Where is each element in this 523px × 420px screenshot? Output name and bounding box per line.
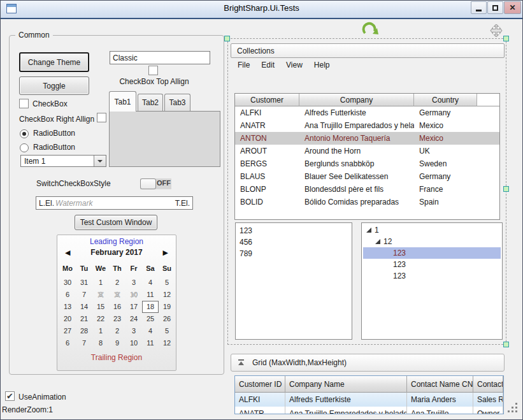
calendar-day[interactable]: 10✕ bbox=[125, 289, 142, 301]
selection-handle-mid-right[interactable] bbox=[503, 186, 509, 192]
column-header[interactable]: Company bbox=[299, 94, 414, 106]
calendar-day[interactable]: 1 bbox=[92, 277, 109, 289]
calendar-day[interactable]: 20 bbox=[59, 313, 76, 325]
selection-handle-top-right[interactable] bbox=[503, 36, 509, 41]
checkbox-top-align[interactable] bbox=[148, 66, 158, 75]
tab-tab1[interactable]: Tab1 bbox=[109, 91, 136, 112]
menu-item-edit[interactable]: Edit bbox=[255, 59, 280, 71]
grid-expander-header[interactable]: Grid (MaxWidth,MaxHeight) bbox=[231, 354, 505, 372]
toggle-button[interactable]: Toggle bbox=[19, 76, 89, 95]
column-header[interactable]: Company Name bbox=[285, 376, 407, 393]
calendar-day[interactable]: 21 bbox=[76, 313, 92, 325]
calendar-day[interactable]: 5 bbox=[159, 325, 175, 337]
calendar-day[interactable]: 13 bbox=[59, 301, 76, 313]
checkbox-right-align[interactable] bbox=[97, 113, 106, 122]
tree-expander-icon[interactable] bbox=[366, 228, 371, 233]
column-header[interactable]: Customer bbox=[235, 94, 299, 106]
table-row[interactable]: AROUTAround the HornUK bbox=[235, 145, 499, 157]
menu-item-view[interactable]: View bbox=[280, 59, 308, 71]
arrow-right-icon[interactable]: ▶ bbox=[163, 249, 168, 257]
chevron-down-icon[interactable] bbox=[94, 156, 106, 166]
calendar-day[interactable]: 14 bbox=[76, 301, 92, 313]
calendar-day[interactable]: 31 bbox=[76, 277, 92, 289]
calendar-day[interactable]: 2 bbox=[109, 277, 125, 289]
resize-grip-icon[interactable] bbox=[508, 403, 518, 413]
calendar-day[interactable]: 30 bbox=[59, 277, 76, 289]
column-header[interactable]: Contact bbox=[473, 376, 503, 393]
calendar-day[interactable]: 19 bbox=[159, 301, 175, 313]
tree-item[interactable]: 123 bbox=[363, 270, 501, 282]
tab-tab3[interactable]: Tab3 bbox=[164, 94, 190, 111]
menu-item-help[interactable]: Help bbox=[308, 59, 336, 71]
column-header[interactable]: Contact Name CN bbox=[407, 376, 473, 393]
column-header[interactable]: Customer ID bbox=[235, 376, 285, 393]
switch-thumb[interactable] bbox=[140, 178, 156, 189]
refresh-icon[interactable] bbox=[361, 21, 379, 41]
calendar-day[interactable]: 25 bbox=[142, 313, 159, 325]
calendar-day[interactable]: 9✕ bbox=[109, 289, 125, 301]
selection-handle-top-left[interactable] bbox=[224, 36, 230, 41]
move-icon[interactable] bbox=[490, 24, 503, 39]
calendar-day[interactable]: 8✕ bbox=[92, 289, 109, 301]
calendar-day[interactable]: 6 bbox=[59, 289, 76, 301]
menu-item-file[interactable]: File bbox=[232, 59, 255, 71]
table-row[interactable]: ANATRAna Trujillo Emparedados y helaMexi… bbox=[235, 119, 499, 132]
calendar-day[interactable]: 26 bbox=[159, 313, 175, 325]
calendar-day[interactable]: 4 bbox=[142, 277, 159, 289]
change-theme-button[interactable]: Change Theme bbox=[19, 52, 89, 72]
minimize-button[interactable] bbox=[471, 1, 487, 14]
calendar-day[interactable]: 16 bbox=[109, 301, 125, 313]
selection-handle-bottom-right[interactable] bbox=[503, 342, 509, 347]
tree-expander-icon[interactable] bbox=[375, 239, 380, 244]
radio-button-1[interactable] bbox=[20, 129, 29, 138]
calendar-day[interactable]: 1 bbox=[92, 325, 109, 337]
calendar-day[interactable]: 5 bbox=[159, 277, 175, 289]
calendar-day[interactable]: 3 bbox=[125, 277, 142, 289]
maximize-button[interactable] bbox=[487, 1, 503, 14]
use-animation-checkbox[interactable]: ✔ bbox=[5, 391, 15, 401]
calendar-day[interactable]: 8 bbox=[92, 337, 109, 349]
collections-header[interactable]: Collections bbox=[231, 43, 505, 58]
calendar-day[interactable]: 11 bbox=[142, 337, 159, 349]
calendar-day[interactable]: 27 bbox=[59, 325, 76, 337]
calendar-day[interactable]: 23 bbox=[109, 313, 125, 325]
calendar-day[interactable]: 15 bbox=[92, 301, 109, 313]
table-row[interactable]: BERGSBerglunds snabbköpSweden bbox=[235, 157, 499, 170]
title-bar[interactable]: BrightSharp.Ui.Tests ✕ bbox=[0, 0, 523, 19]
watermark-textbox[interactable]: L.El. Watermark T.El. bbox=[36, 196, 193, 210]
calendar-day[interactable]: 24 bbox=[125, 313, 142, 325]
calendar-day[interactable]: 28 bbox=[76, 325, 92, 337]
table-row[interactable]: BLONPBlondesddsl père et filsFrance bbox=[235, 183, 499, 196]
table-row[interactable]: ANATRAna Trujillo Emparedados y heladosA… bbox=[235, 407, 503, 414]
list-item[interactable]: 789 bbox=[236, 248, 352, 259]
close-button[interactable]: ✕ bbox=[504, 1, 521, 14]
radio-button-2[interactable] bbox=[20, 143, 29, 152]
table-row[interactable]: ALFKIAlfreds FutterkisteGermany bbox=[235, 106, 499, 119]
calendar-day[interactable]: 3 bbox=[125, 325, 142, 337]
calendar-day[interactable]: 7 bbox=[76, 289, 92, 301]
calendar-day[interactable]: 18 bbox=[142, 301, 159, 313]
calendar-day[interactable]: 4 bbox=[142, 325, 159, 337]
calendar-day[interactable]: 12 bbox=[159, 289, 175, 301]
calendar-day[interactable]: 6 bbox=[59, 337, 76, 349]
table-row[interactable]: BOLIDBólido Comidas preparadasSpain bbox=[235, 196, 499, 208]
test-custom-window-button[interactable]: Test Custom Window bbox=[75, 215, 157, 230]
tree-item[interactable]: 12 bbox=[363, 236, 501, 247]
calendar-day[interactable]: 10 bbox=[125, 337, 142, 349]
tab-tab2[interactable]: Tab2 bbox=[138, 94, 163, 111]
calendar-day[interactable]: 9 bbox=[109, 337, 125, 349]
checkbox[interactable] bbox=[19, 99, 29, 108]
calendar-day[interactable]: 12 bbox=[159, 337, 175, 349]
column-header[interactable]: Country bbox=[414, 94, 477, 106]
list-item[interactable]: 456 bbox=[236, 236, 352, 248]
tree-item[interactable]: 1 bbox=[363, 224, 501, 236]
switch-checkbox[interactable]: OFF bbox=[140, 178, 171, 189]
list-item[interactable]: 123 bbox=[236, 225, 352, 236]
table-row[interactable]: BLAUSBlauer See DelikatessenGermany bbox=[235, 170, 499, 183]
calendar-day[interactable]: 7 bbox=[76, 337, 92, 349]
calendar-day[interactable]: 11 bbox=[142, 289, 159, 301]
calendar-day[interactable]: 17 bbox=[125, 301, 142, 313]
table-row[interactable]: ALFKIAlfreds FutterkisteMaria AndersSale… bbox=[235, 393, 503, 407]
tree-item[interactable]: 123 bbox=[363, 247, 501, 259]
table-row[interactable]: ANTONAntonio Moreno TaqueríaMexico bbox=[235, 132, 499, 145]
